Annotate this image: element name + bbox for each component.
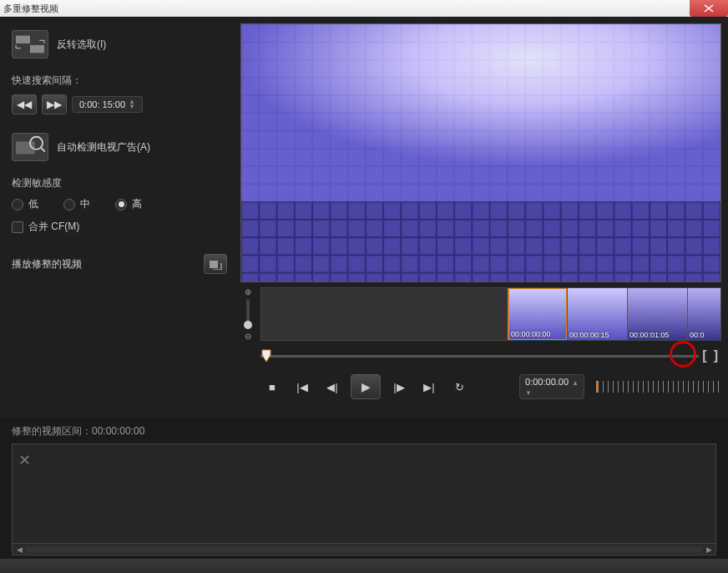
auto-detect-ads-button[interactable]: 自动检测电视广告(A) — [12, 133, 235, 161]
loop-button[interactable]: ↻ — [447, 376, 471, 398]
auto-detect-label: 自动检测电视广告(A) — [57, 140, 150, 155]
svg-rect-11 — [241, 24, 720, 202]
skip-end-icon: ▶| — [423, 381, 434, 393]
transport-controls: ■ |◀ ◀| ▶ |▶ ▶| ↻ 0:00:00.00▲▼ — [260, 374, 721, 399]
invert-selection-label: 反转选取(I) — [57, 38, 106, 52]
timecode-value: 0:00:00.00 — [525, 377, 569, 387]
trim-bin-section: 修整的视频区间：00:00:00:00 ✕ ◀ ▶ — [0, 418, 728, 559]
filmstrip-thumb-3[interactable]: 00:0 — [687, 288, 720, 340]
left-panel: 反转选取(I) 快速搜索间隔： ◀◀ ▶▶ 0:00: 15:00 ▲▼ 自动检… — [7, 23, 240, 411]
merge-cf-label: 合并 CF(M) — [28, 220, 79, 234]
goto-start-button[interactable]: |◀ — [291, 376, 314, 398]
play-trimmed-icon — [209, 258, 222, 270]
close-icon — [704, 4, 714, 13]
fast-seek-label: 快速搜索间隔： — [12, 74, 235, 88]
stop-button[interactable]: ■ — [260, 376, 284, 398]
footer-bar — [0, 559, 728, 573]
sensitivity-low-radio[interactable]: 低 — [12, 197, 38, 211]
playhead-icon[interactable] — [260, 348, 272, 363]
x-icon: ✕ — [18, 451, 31, 469]
filmstrip-thumb-0[interactable]: 00:00:00:00 — [508, 287, 568, 341]
scroll-left-icon[interactable]: ◀ — [13, 545, 26, 554]
rewind-icon: ◀◀ — [17, 99, 32, 110]
thumb-time-3: 00:0 — [690, 331, 705, 339]
spinner-icon: ▲▼ — [129, 99, 135, 109]
clip-bin: ✕ — [12, 444, 716, 544]
svg-rect-1 — [30, 45, 44, 53]
fastfwd-icon: ▶▶ — [47, 99, 62, 110]
seek-back-button[interactable]: ◀◀ — [12, 94, 37, 114]
svg-rect-0 — [16, 36, 30, 43]
play-trimmed-button[interactable] — [204, 254, 227, 274]
step-fwd-icon: |▶ — [393, 381, 404, 393]
play-trimmed-label: 播放修整的视频 — [12, 257, 82, 271]
zoom-handle[interactable] — [244, 321, 252, 329]
radio-mid-label: 中 — [80, 197, 90, 211]
sensitivity-label: 检测敏感度 — [12, 176, 235, 190]
skip-start-icon: |◀ — [296, 381, 307, 393]
seek-fwd-button[interactable]: ▶▶ — [42, 94, 67, 114]
invert-selection-icon — [12, 30, 48, 58]
seek-interval-value: 0:00: 15:00 — [79, 99, 125, 109]
thumb-time-0: 00:00:00:00 — [511, 330, 551, 338]
sensitivity-high-radio[interactable]: 高 — [115, 197, 142, 211]
radio-high-label: 高 — [132, 197, 142, 211]
filmstrip-thumb-2[interactable]: 00:00:01:05 — [627, 288, 687, 340]
jog-ruler[interactable] — [596, 381, 721, 393]
step-back-icon: ◀| — [326, 381, 337, 393]
play-button[interactable]: ▶ — [351, 374, 381, 399]
video-preview — [240, 23, 721, 282]
play-icon: ▶ — [361, 380, 371, 393]
magnifier-film-icon — [12, 133, 48, 161]
goto-end-button[interactable]: ▶| — [417, 376, 441, 398]
preview-frame-graphic — [241, 24, 720, 282]
preview-area: ⊕ ⊖ 00:00:00:00 00:00:00:15 00:00:01:05 … — [240, 23, 721, 411]
invert-selection-button[interactable]: 反转选取(I) — [12, 30, 235, 58]
radio-low-label: 低 — [28, 197, 38, 211]
stop-icon: ■ — [269, 381, 276, 393]
clip-bin-delete-button[interactable]: ✕ — [13, 444, 36, 543]
svg-marker-13 — [241, 202, 720, 282]
clip-bin-scrollbar[interactable]: ◀ ▶ — [12, 544, 716, 555]
prev-frame-button[interactable]: ◀| — [321, 376, 344, 398]
trim-duration-value: 00:00:00:00 — [92, 425, 144, 437]
window-titlebar: 多重修整视频 — [0, 0, 728, 17]
scrubber[interactable]: [ ] — [260, 347, 721, 364]
loop-icon: ↻ — [455, 381, 464, 393]
mark-in-button[interactable]: [ — [699, 348, 710, 363]
clip-bin-content[interactable] — [36, 444, 715, 543]
filmstrip[interactable]: 00:00:00:00 00:00:00:15 00:00:01:05 00:0 — [260, 287, 721, 341]
trim-duration-label: 修整的视频区间： — [12, 425, 92, 437]
zoom-slider[interactable]: ⊕ ⊖ — [240, 287, 255, 341]
filmstrip-thumb-1[interactable]: 00:00:00:15 — [567, 288, 627, 340]
zoom-in-icon[interactable]: ⊕ — [245, 287, 251, 297]
mark-out-button[interactable]: ] — [710, 348, 721, 363]
merge-cf-checkbox[interactable]: 合并 CF(M) — [12, 220, 235, 234]
next-frame-button[interactable]: |▶ — [387, 376, 411, 398]
svg-line-4 — [40, 147, 45, 152]
window-title: 多重修整视频 — [3, 3, 58, 15]
thumb-time-1: 00:00:00:15 — [569, 331, 609, 339]
scroll-right-icon[interactable]: ▶ — [702, 545, 715, 554]
window-close-button[interactable] — [690, 0, 728, 17]
filmstrip-empty — [261, 288, 508, 340]
sensitivity-mid-radio[interactable]: 中 — [63, 197, 90, 211]
thumb-time-2: 00:00:01:05 — [629, 331, 670, 339]
zoom-out-icon[interactable]: ⊖ — [245, 332, 251, 341]
svg-rect-5 — [210, 261, 218, 268]
timecode-field[interactable]: 0:00:00.00▲▼ — [519, 374, 584, 399]
seek-interval-field[interactable]: 0:00: 15:00 ▲▼ — [72, 96, 143, 113]
